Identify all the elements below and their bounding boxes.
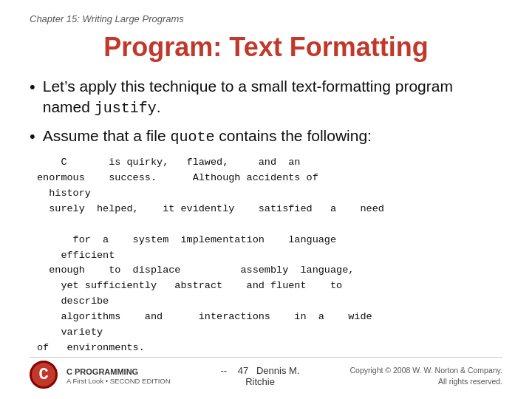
c-logo-letter: C: [30, 361, 58, 389]
bullet-section: • Let’s apply this technique to a small …: [30, 76, 502, 148]
bullet-dot-2: •: [30, 126, 35, 148]
dash: --: [221, 365, 228, 376]
code-block: C is quirky, flawed, and an enormous suc…: [37, 155, 502, 356]
bullet-text-1: Let’s apply this technique to a small te…: [43, 76, 502, 118]
logo-title: C PROGRAMMING: [66, 367, 171, 377]
page-number: 47: [238, 365, 248, 376]
c-logo: C: [30, 361, 61, 392]
page-number-area: -- 47 Dennis M. Ritchie: [221, 365, 300, 387]
code-quote: quote: [170, 129, 214, 146]
bullet-item-2: • Assume that a file quote contains the …: [30, 126, 502, 148]
chapter-label: Chapter 15: Writing Large Programs: [30, 13, 502, 24]
bottom-bar: C C PROGRAMMING A First Look • SECOND ED…: [0, 361, 532, 392]
author-ritchie: Ritchie: [245, 376, 275, 387]
slide-title: Program: Text Formatting: [30, 32, 502, 63]
logo-area: C C PROGRAMMING A First Look • SECOND ED…: [30, 361, 171, 392]
bullet-text-2: Assume that a file quote contains the fo…: [43, 126, 502, 147]
divider-line: [30, 357, 502, 358]
copyright-line1: Copyright © 2008 W. W. Norton & Company.: [349, 365, 502, 376]
code-justify: justify: [95, 100, 157, 117]
logo-subtitle: A First Look • SECOND EDITION: [66, 377, 171, 385]
slide: Chapter 15: Writing Large Programs Progr…: [0, 0, 532, 399]
copyright-line2: All rights reserved.: [349, 376, 502, 387]
bullet-item-1: • Let’s apply this technique to a small …: [30, 76, 502, 118]
copyright-area: Copyright © 2008 W. W. Norton & Company.…: [349, 365, 502, 386]
bullet-dot-1: •: [30, 76, 35, 98]
logo-text-block: C PROGRAMMING A First Look • SECOND EDIT…: [66, 367, 171, 385]
author-name: Dennis M.: [256, 365, 300, 376]
